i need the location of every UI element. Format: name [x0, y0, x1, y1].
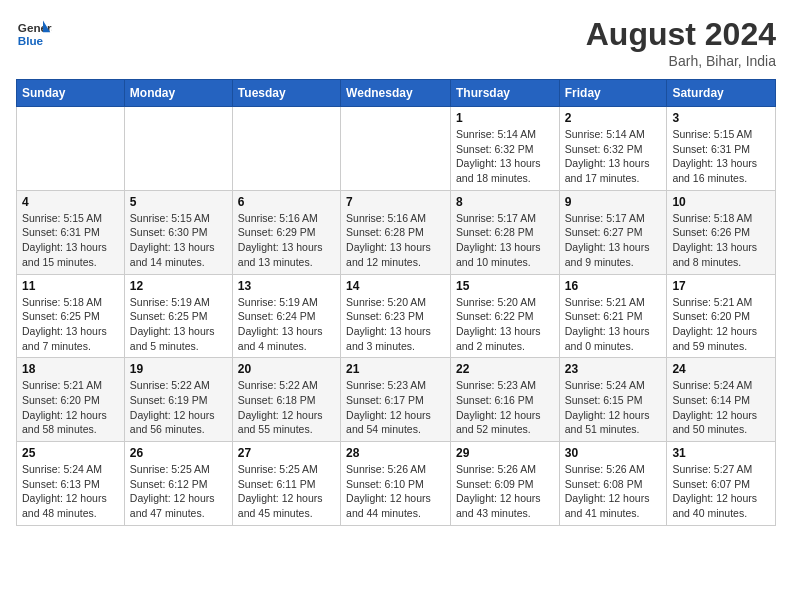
day-number: 10: [672, 195, 770, 209]
calendar-table: SundayMondayTuesdayWednesdayThursdayFrid…: [16, 79, 776, 526]
day-number: 5: [130, 195, 227, 209]
day-info: Sunrise: 5:14 AM Sunset: 6:32 PM Dayligh…: [565, 127, 662, 186]
day-number: 16: [565, 279, 662, 293]
day-number: 18: [22, 362, 119, 376]
day-number: 28: [346, 446, 445, 460]
day-info: Sunrise: 5:18 AM Sunset: 6:26 PM Dayligh…: [672, 211, 770, 270]
day-info: Sunrise: 5:14 AM Sunset: 6:32 PM Dayligh…: [456, 127, 554, 186]
calendar-cell: 22Sunrise: 5:23 AM Sunset: 6:16 PM Dayli…: [450, 358, 559, 442]
day-info: Sunrise: 5:20 AM Sunset: 6:22 PM Dayligh…: [456, 295, 554, 354]
day-number: 2: [565, 111, 662, 125]
day-info: Sunrise: 5:21 AM Sunset: 6:21 PM Dayligh…: [565, 295, 662, 354]
day-info: Sunrise: 5:18 AM Sunset: 6:25 PM Dayligh…: [22, 295, 119, 354]
day-info: Sunrise: 5:17 AM Sunset: 6:27 PM Dayligh…: [565, 211, 662, 270]
day-info: Sunrise: 5:26 AM Sunset: 6:08 PM Dayligh…: [565, 462, 662, 521]
calendar-cell: 21Sunrise: 5:23 AM Sunset: 6:17 PM Dayli…: [341, 358, 451, 442]
calendar-cell: 2Sunrise: 5:14 AM Sunset: 6:32 PM Daylig…: [559, 107, 667, 191]
calendar-cell: 7Sunrise: 5:16 AM Sunset: 6:28 PM Daylig…: [341, 190, 451, 274]
calendar-cell: [232, 107, 340, 191]
day-number: 21: [346, 362, 445, 376]
calendar-cell: [124, 107, 232, 191]
calendar-cell: 14Sunrise: 5:20 AM Sunset: 6:23 PM Dayli…: [341, 274, 451, 358]
day-info: Sunrise: 5:23 AM Sunset: 6:16 PM Dayligh…: [456, 378, 554, 437]
day-number: 11: [22, 279, 119, 293]
weekday-header-tuesday: Tuesday: [232, 80, 340, 107]
day-number: 27: [238, 446, 335, 460]
logo: General Blue: [16, 16, 52, 52]
day-info: Sunrise: 5:21 AM Sunset: 6:20 PM Dayligh…: [672, 295, 770, 354]
day-number: 23: [565, 362, 662, 376]
day-info: Sunrise: 5:27 AM Sunset: 6:07 PM Dayligh…: [672, 462, 770, 521]
calendar-cell: 3Sunrise: 5:15 AM Sunset: 6:31 PM Daylig…: [667, 107, 776, 191]
calendar-cell: 6Sunrise: 5:16 AM Sunset: 6:29 PM Daylig…: [232, 190, 340, 274]
day-info: Sunrise: 5:15 AM Sunset: 6:31 PM Dayligh…: [22, 211, 119, 270]
day-info: Sunrise: 5:15 AM Sunset: 6:31 PM Dayligh…: [672, 127, 770, 186]
svg-text:Blue: Blue: [18, 34, 44, 47]
day-info: Sunrise: 5:17 AM Sunset: 6:28 PM Dayligh…: [456, 211, 554, 270]
day-number: 31: [672, 446, 770, 460]
calendar-cell: [341, 107, 451, 191]
day-number: 6: [238, 195, 335, 209]
day-info: Sunrise: 5:16 AM Sunset: 6:28 PM Dayligh…: [346, 211, 445, 270]
day-number: 15: [456, 279, 554, 293]
day-info: Sunrise: 5:16 AM Sunset: 6:29 PM Dayligh…: [238, 211, 335, 270]
title-block: August 2024 Barh, Bihar, India: [586, 16, 776, 69]
calendar-cell: 1Sunrise: 5:14 AM Sunset: 6:32 PM Daylig…: [450, 107, 559, 191]
day-number: 8: [456, 195, 554, 209]
day-number: 3: [672, 111, 770, 125]
day-info: Sunrise: 5:26 AM Sunset: 6:10 PM Dayligh…: [346, 462, 445, 521]
day-number: 1: [456, 111, 554, 125]
day-number: 9: [565, 195, 662, 209]
weekday-header-monday: Monday: [124, 80, 232, 107]
day-number: 29: [456, 446, 554, 460]
calendar-cell: 18Sunrise: 5:21 AM Sunset: 6:20 PM Dayli…: [17, 358, 125, 442]
day-info: Sunrise: 5:22 AM Sunset: 6:19 PM Dayligh…: [130, 378, 227, 437]
calendar-cell: 5Sunrise: 5:15 AM Sunset: 6:30 PM Daylig…: [124, 190, 232, 274]
day-number: 26: [130, 446, 227, 460]
calendar-cell: 25Sunrise: 5:24 AM Sunset: 6:13 PM Dayli…: [17, 442, 125, 526]
day-info: Sunrise: 5:26 AM Sunset: 6:09 PM Dayligh…: [456, 462, 554, 521]
page-header: General Blue August 2024 Barh, Bihar, In…: [16, 16, 776, 69]
day-number: 13: [238, 279, 335, 293]
location-subtitle: Barh, Bihar, India: [586, 53, 776, 69]
day-number: 25: [22, 446, 119, 460]
weekday-header-wednesday: Wednesday: [341, 80, 451, 107]
calendar-cell: 26Sunrise: 5:25 AM Sunset: 6:12 PM Dayli…: [124, 442, 232, 526]
day-info: Sunrise: 5:24 AM Sunset: 6:15 PM Dayligh…: [565, 378, 662, 437]
day-number: 30: [565, 446, 662, 460]
day-info: Sunrise: 5:22 AM Sunset: 6:18 PM Dayligh…: [238, 378, 335, 437]
calendar-cell: 16Sunrise: 5:21 AM Sunset: 6:21 PM Dayli…: [559, 274, 667, 358]
day-info: Sunrise: 5:19 AM Sunset: 6:25 PM Dayligh…: [130, 295, 227, 354]
calendar-cell: 23Sunrise: 5:24 AM Sunset: 6:15 PM Dayli…: [559, 358, 667, 442]
calendar-cell: 31Sunrise: 5:27 AM Sunset: 6:07 PM Dayli…: [667, 442, 776, 526]
calendar-cell: 28Sunrise: 5:26 AM Sunset: 6:10 PM Dayli…: [341, 442, 451, 526]
day-info: Sunrise: 5:19 AM Sunset: 6:24 PM Dayligh…: [238, 295, 335, 354]
weekday-header-saturday: Saturday: [667, 80, 776, 107]
month-year-title: August 2024: [586, 16, 776, 53]
day-info: Sunrise: 5:25 AM Sunset: 6:12 PM Dayligh…: [130, 462, 227, 521]
calendar-cell: 19Sunrise: 5:22 AM Sunset: 6:19 PM Dayli…: [124, 358, 232, 442]
calendar-cell: 27Sunrise: 5:25 AM Sunset: 6:11 PM Dayli…: [232, 442, 340, 526]
calendar-cell: 20Sunrise: 5:22 AM Sunset: 6:18 PM Dayli…: [232, 358, 340, 442]
calendar-cell: 17Sunrise: 5:21 AM Sunset: 6:20 PM Dayli…: [667, 274, 776, 358]
day-info: Sunrise: 5:24 AM Sunset: 6:13 PM Dayligh…: [22, 462, 119, 521]
day-info: Sunrise: 5:24 AM Sunset: 6:14 PM Dayligh…: [672, 378, 770, 437]
day-info: Sunrise: 5:20 AM Sunset: 6:23 PM Dayligh…: [346, 295, 445, 354]
day-number: 14: [346, 279, 445, 293]
calendar-cell: 13Sunrise: 5:19 AM Sunset: 6:24 PM Dayli…: [232, 274, 340, 358]
day-number: 7: [346, 195, 445, 209]
calendar-cell: 11Sunrise: 5:18 AM Sunset: 6:25 PM Dayli…: [17, 274, 125, 358]
calendar-cell: [17, 107, 125, 191]
day-number: 4: [22, 195, 119, 209]
day-number: 12: [130, 279, 227, 293]
day-info: Sunrise: 5:23 AM Sunset: 6:17 PM Dayligh…: [346, 378, 445, 437]
weekday-header-sunday: Sunday: [17, 80, 125, 107]
day-number: 24: [672, 362, 770, 376]
day-info: Sunrise: 5:15 AM Sunset: 6:30 PM Dayligh…: [130, 211, 227, 270]
calendar-cell: 10Sunrise: 5:18 AM Sunset: 6:26 PM Dayli…: [667, 190, 776, 274]
day-number: 20: [238, 362, 335, 376]
day-info: Sunrise: 5:21 AM Sunset: 6:20 PM Dayligh…: [22, 378, 119, 437]
calendar-cell: 24Sunrise: 5:24 AM Sunset: 6:14 PM Dayli…: [667, 358, 776, 442]
day-number: 22: [456, 362, 554, 376]
calendar-cell: 4Sunrise: 5:15 AM Sunset: 6:31 PM Daylig…: [17, 190, 125, 274]
